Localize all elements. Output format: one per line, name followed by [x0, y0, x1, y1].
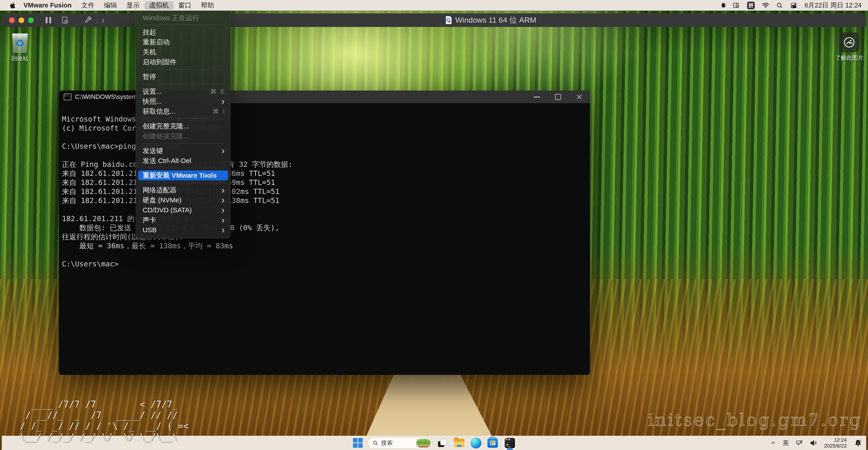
- toolbar-divider: [97, 17, 97, 24]
- learn-picture-label: 了解此图片: [832, 54, 866, 62]
- submenu-chevron-icon: ›: [221, 97, 224, 106]
- recycle-bin-icon: ♻: [11, 33, 28, 53]
- url-watermark: initsec_blog.gm7.org: [648, 410, 862, 430]
- svg-text:z: z: [860, 439, 862, 442]
- store-bag-icon: [488, 438, 498, 448]
- clock-time: 12:24: [824, 437, 847, 443]
- virtual-machine-menu: Windows 正在运行 挂起 重新启动 关机 启动到固件 暂停 设置...⌘ …: [135, 11, 230, 238]
- terminal-taskbar-button[interactable]: >_: [503, 436, 517, 450]
- menu-item-snapshots[interactable]: 快照...›: [136, 96, 230, 106]
- taskbar-clock[interactable]: 12:24 2025/6/22: [824, 437, 847, 449]
- desktop-icon-learn-picture[interactable]: 了解此图片: [832, 32, 866, 62]
- vmware-window-titlebar: › Windows 11 64 位 ARM: [2, 13, 866, 27]
- edge-browser-button[interactable]: [470, 437, 483, 449]
- picture-icon: [839, 32, 859, 52]
- macos-menubar: VMware Fusion 文件 编辑 显示 虚拟机 窗口 帮助 拼: [0, 0, 868, 11]
- shortcut-label: ⌘ I: [213, 108, 226, 115]
- clock-date: 2025/6/22: [824, 443, 847, 449]
- apple-logo-icon[interactable]: [7, 2, 19, 9]
- network-icon[interactable]: [796, 439, 803, 447]
- menu-item-usb[interactable]: USB›: [136, 225, 230, 235]
- search-highlight-thumbnail[interactable]: [416, 439, 431, 448]
- terminal-app-icon: >_: [505, 438, 515, 448]
- menu-item-hard-disk[interactable]: 硬盘 (NVMe)›: [136, 195, 230, 205]
- menu-item-settings[interactable]: 设置...⌘ E: [136, 86, 230, 96]
- menu-item-shut-down[interactable]: 关机: [136, 47, 230, 57]
- menu-item-pause[interactable]: 暂停: [136, 72, 230, 82]
- submenu-chevron-icon: ›: [221, 205, 224, 215]
- taskbar-search-box[interactable]: 搜索: [368, 437, 432, 449]
- windows-logo-icon: [353, 438, 363, 448]
- notification-bell-icon[interactable]: z z: [854, 439, 863, 448]
- volume-icon[interactable]: [810, 439, 817, 447]
- close-button[interactable]: [569, 90, 590, 103]
- menubar-item-edit[interactable]: 编辑: [99, 1, 122, 10]
- menu-item-suspend[interactable]: 挂起: [136, 27, 230, 37]
- tray-chevron-up-icon[interactable]: [770, 440, 776, 446]
- terminal-tab-title: C:\WINDOWS\system32: [75, 93, 144, 101]
- status-dot-icon[interactable]: [721, 3, 725, 8]
- submenu-chevron-icon: ›: [221, 225, 224, 235]
- menu-item-restart[interactable]: 重新启动: [136, 37, 230, 47]
- zoom-traffic-light[interactable]: [28, 18, 34, 23]
- snapshot-icon[interactable]: [61, 16, 69, 24]
- control-center-icon[interactable]: [790, 2, 797, 9]
- screen-mirroring-icon[interactable]: [733, 2, 740, 9]
- input-method-pinyin-badge[interactable]: 拼: [747, 2, 755, 9]
- start-button[interactable]: [351, 437, 364, 449]
- menu-item-network-adapter[interactable]: 网络适配器›: [136, 185, 230, 195]
- microsoft-store-button[interactable]: [487, 437, 499, 449]
- vm-window-title: Windows 11 64 位 ARM: [455, 15, 536, 25]
- submenu-chevron-icon: ›: [221, 186, 224, 195]
- input-language-indicator[interactable]: 英: [783, 439, 789, 447]
- cmd-icon: C:\_: [64, 93, 71, 100]
- menubar-item-help[interactable]: 帮助: [196, 1, 219, 10]
- menu-item-create-linked-clone: 创建链接克隆...: [136, 131, 230, 141]
- shortcut-label: ⌘ E: [210, 88, 226, 95]
- menu-separator: [142, 168, 224, 168]
- task-view-button[interactable]: [436, 437, 449, 449]
- menubar-item-virtual-machine[interactable]: 虚拟机: [145, 1, 174, 10]
- menubar-clock[interactable]: 6月22日 周日 12:24: [804, 1, 862, 10]
- menu-separator: [142, 69, 224, 69]
- edge-icon: [471, 438, 482, 448]
- menubar-item-window[interactable]: 窗口: [174, 1, 196, 10]
- file-explorer-button[interactable]: [453, 437, 466, 449]
- ascii-art-watermark: ____ /7/7 /7 < /7/7_ / __//_ _ /7 ____/ …: [14, 399, 189, 442]
- folder-icon: [454, 439, 465, 447]
- menu-item-reinstall-vmware-tools[interactable]: 重新安装 VMware Tools: [138, 170, 228, 180]
- wifi-icon[interactable]: [762, 2, 769, 8]
- search-icon: [373, 440, 378, 446]
- menubar-item-view[interactable]: 显示: [122, 1, 145, 10]
- menu-separator: [142, 84, 224, 84]
- menubar-item-file[interactable]: 文件: [76, 1, 99, 10]
- minimize-traffic-light[interactable]: [19, 18, 24, 23]
- pause-vm-icon[interactable]: [46, 17, 51, 23]
- recycle-bin-label: 回收站: [6, 55, 34, 62]
- expand-toolbar-icon[interactable]: ›: [101, 16, 104, 25]
- menu-separator: [142, 25, 224, 25]
- running-app-indicator: [507, 448, 513, 450]
- spotlight-search-icon[interactable]: [776, 2, 783, 8]
- menu-item-create-full-clone[interactable]: 创建完整克隆...: [136, 121, 230, 131]
- menu-item-send-keys[interactable]: 发送键›: [136, 146, 230, 156]
- close-traffic-light[interactable]: [9, 18, 15, 23]
- vm-document-icon: [445, 16, 452, 24]
- svg-text:z: z: [857, 441, 859, 444]
- menu-item-get-info[interactable]: 获取信息...⌘ I: [136, 106, 230, 116]
- menu-item-boot-to-firmware[interactable]: 启动到固件: [136, 57, 230, 67]
- minimize-button[interactable]: [526, 90, 548, 103]
- menu-header-vm-state: Windows 正在运行: [136, 13, 230, 22]
- desktop-icon-recycle-bin[interactable]: ♻ 回收站: [6, 33, 34, 62]
- submenu-chevron-icon: ›: [221, 195, 224, 205]
- wrench-settings-icon[interactable]: [84, 16, 92, 24]
- maximize-button[interactable]: [548, 90, 569, 103]
- menubar-app-name[interactable]: VMware Fusion: [19, 2, 76, 9]
- submenu-chevron-icon: ›: [221, 215, 224, 225]
- menu-item-send-ctrl-alt-del[interactable]: 发送 Ctrl-Alt-Del: [136, 156, 230, 166]
- menu-item-cd-dvd[interactable]: CD/DVD (SATA)›: [136, 205, 230, 215]
- menu-item-sound-card[interactable]: 声卡›: [136, 215, 230, 225]
- submenu-chevron-icon: ›: [221, 146, 224, 156]
- search-placeholder: 搜索: [381, 439, 414, 447]
